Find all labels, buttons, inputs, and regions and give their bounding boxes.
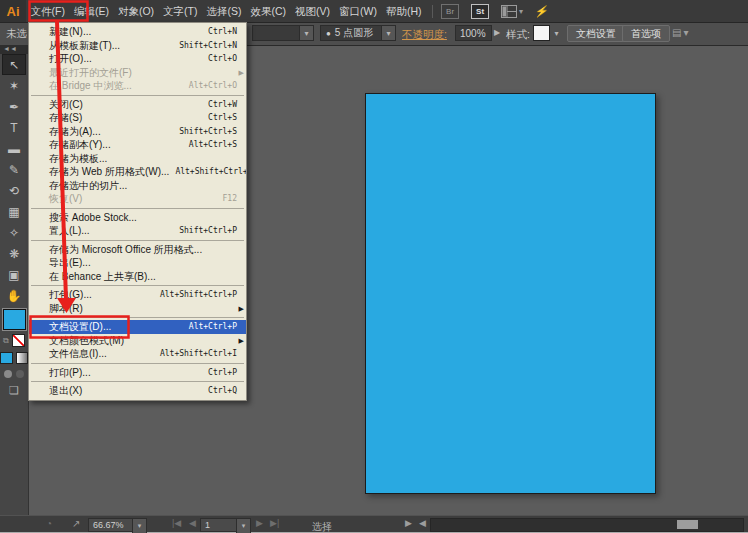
bridge-icon[interactable]: Br xyxy=(441,4,459,19)
prev-artboard-icon[interactable]: ◀ xyxy=(189,518,196,528)
menubar-item[interactable]: 对象(O) xyxy=(113,0,158,22)
status-menu-arrow-icon[interactable]: ▶ xyxy=(405,518,412,528)
workspace-grid-icon xyxy=(501,5,517,18)
menubar-item[interactable]: 窗口(W) xyxy=(335,0,382,22)
horizontal-scrollbar[interactable] xyxy=(430,518,744,532)
opacity-input[interactable]: 100% xyxy=(455,25,492,41)
file-menu-item[interactable]: 导出(E)... xyxy=(29,256,246,270)
first-artboard-icon[interactable]: |◀ xyxy=(172,518,181,528)
file-menu-item[interactable]: 文件信息(I)... Alt+Shift+Ctrl+I xyxy=(29,347,246,361)
hand-tool[interactable]: ✋ xyxy=(2,285,26,306)
tool-glyph: ⟲ xyxy=(9,184,19,198)
style-swatch-select[interactable]: ▾ xyxy=(533,25,563,41)
zoom-level-select[interactable]: 66.67% xyxy=(88,518,134,532)
next-artboard-icon[interactable]: ▶ xyxy=(256,518,263,528)
color-mode-button[interactable] xyxy=(0,352,13,364)
workspace-switcher-icon[interactable]: ▾ xyxy=(501,5,523,18)
file-menu-item[interactable]: 在 Bridge 中浏览... Alt+Ctrl+O xyxy=(29,79,246,93)
brush-select[interactable]: ● 5 点圆形 ▾ xyxy=(320,25,396,41)
fill-color-swatch[interactable] xyxy=(3,309,26,330)
app-logo: Ai xyxy=(0,0,26,22)
file-menu-item[interactable]: 搜索 Adobe Stock... xyxy=(29,211,246,225)
file-menu-item[interactable]: 关闭(C) Ctrl+W xyxy=(29,98,246,112)
file-menu-item[interactable]: 最近打开的文件(F) ▶ xyxy=(29,66,246,80)
file-menu-dropdown: 新建(N)... Ctrl+N 从模板新建(T)... Shift+Ctrl+N… xyxy=(28,22,247,401)
file-menu-item[interactable]: 文档设置(D)... Alt+Ctrl+P xyxy=(29,320,246,334)
last-artboard-icon[interactable]: ▶| xyxy=(270,518,279,528)
file-menu-item[interactable]: 打包(G)... Alt+Shift+Ctrl+P xyxy=(29,288,246,302)
file-menu-item[interactable]: 存储副本(Y)... Alt+Ctrl+S xyxy=(29,138,246,152)
menubar-item[interactable]: 选择(S) xyxy=(202,0,246,22)
file-menu-item[interactable]: 文档颜色模式(M) ▶ xyxy=(29,334,246,348)
artboard-tool[interactable]: ▣ xyxy=(2,264,26,285)
swap-fill-stroke-icon[interactable]: ⧉ xyxy=(3,336,9,346)
tool-glyph: ✋ xyxy=(7,289,22,303)
screen-mode-icon[interactable]: ❏ xyxy=(0,378,28,397)
file-menu-item[interactable]: 在 Behance 上共享(B)... xyxy=(29,270,246,284)
pen-tool[interactable]: ✒ xyxy=(2,96,26,117)
menubar-item[interactable]: 视图(V) xyxy=(291,0,335,22)
tool-glyph: ▬ xyxy=(8,142,20,156)
selection-tool[interactable]: ↖ xyxy=(2,54,26,75)
menu-separator xyxy=(31,363,244,364)
file-menu-item[interactable]: 打开(O)... Ctrl+O xyxy=(29,52,246,66)
menubar-item[interactable]: 帮助(H) xyxy=(382,0,427,22)
artboard[interactable] xyxy=(365,93,656,494)
file-menu-item[interactable]: 从模板新建(T)... Shift+Ctrl+N xyxy=(29,39,246,53)
file-menu-item[interactable]: 存储为 Microsoft Office 所用格式... xyxy=(29,243,246,257)
menubar-item[interactable]: 文字(T) xyxy=(159,0,202,22)
gpu-performance-icon[interactable]: ⚡ xyxy=(534,5,550,18)
menubar-item[interactable]: 效果(C) xyxy=(246,0,291,22)
file-menu-item[interactable]: 置入(L)... Shift+Ctrl+P xyxy=(29,224,246,238)
export-icon[interactable]: ↗ xyxy=(72,518,80,529)
fill-stroke-controls: ⧉ xyxy=(0,330,28,347)
file-menu-item[interactable]: 脚本(R) ▶ xyxy=(29,302,246,316)
symbol-sprayer-tool[interactable]: ❋ xyxy=(2,243,26,264)
opacity-stepper-icon[interactable]: ▶ xyxy=(494,28,500,37)
document-setup-button[interactable]: 文档设置 xyxy=(567,25,625,42)
file-menu-item[interactable]: 存储为 Web 所用格式(W)... Alt+Shift+Ctrl+S xyxy=(29,165,246,179)
menubar-item[interactable]: 编辑(E) xyxy=(69,0,113,22)
file-menu-item[interactable]: 新建(N)... Ctrl+N xyxy=(29,25,246,39)
magic-wand-tool[interactable]: ✶ xyxy=(2,75,26,96)
hscroll-left-arrow-icon[interactable]: ◀ xyxy=(419,518,426,528)
menubar-items: 文件(F)编辑(E)对象(O)文字(T)选择(S)效果(C)视图(V)窗口(W)… xyxy=(26,0,426,22)
toolbar-collapse-button[interactable]: ◄◄ xyxy=(0,45,28,54)
rotate-tool[interactable]: ⟲ xyxy=(2,180,26,201)
artboard-number-select[interactable]: 1 xyxy=(200,518,238,532)
opacity-label[interactable]: 不透明度: xyxy=(402,28,447,42)
scrollbar-thumb[interactable] xyxy=(677,520,698,529)
pencil-tool[interactable]: ✎ xyxy=(2,159,26,180)
type-tool[interactable]: T xyxy=(2,117,26,138)
rectangle-tool[interactable]: ▬ xyxy=(2,138,26,159)
file-menu-item[interactable]: 退出(X) Ctrl+Q xyxy=(29,384,246,398)
preferences-button[interactable]: 首选项 xyxy=(622,25,670,42)
menubar-item[interactable]: 文件(F) xyxy=(26,0,69,22)
menu-separator xyxy=(31,240,244,241)
submenu-arrow-icon: ▶ xyxy=(239,66,244,80)
draw-behind-icon[interactable] xyxy=(16,370,24,378)
file-menu-item[interactable]: 存储选中的切片... xyxy=(29,179,246,193)
file-menu-item[interactable]: 存储(S) Ctrl+S xyxy=(29,111,246,125)
file-menu-item[interactable]: 恢复(V) F12 xyxy=(29,192,246,206)
stock-icon[interactable]: St xyxy=(471,4,489,19)
panel-menu-icon[interactable]: ▤▾ xyxy=(672,27,690,38)
file-menu-item[interactable]: 存储为模板... xyxy=(29,152,246,166)
status-label[interactable]: 选择 xyxy=(312,520,332,533)
mesh-tool[interactable]: ▦ xyxy=(2,201,26,222)
file-menu-item[interactable]: 存储为(A)... Shift+Ctrl+S xyxy=(29,125,246,139)
draw-normal-icon[interactable] xyxy=(4,370,12,378)
variable-width-select[interactable]: ▾ xyxy=(252,25,314,41)
zoom-dropdown-icon[interactable]: ▾ xyxy=(132,518,147,533)
file-menu-item[interactable]: 打印(P)... Ctrl+P xyxy=(29,366,246,380)
tools-panel: ◄◄ ↖✶✒T▬✎⟲▦✧❋▣✋ ⧉ ❏ xyxy=(0,45,29,515)
tool-glyph: ✎ xyxy=(9,163,19,177)
status-misc-icon[interactable]: ◔ xyxy=(46,518,52,529)
menu-bar: Ai 文件(F)编辑(E)对象(O)文字(T)选择(S)效果(C)视图(V)窗口… xyxy=(0,0,748,23)
artboard-dropdown-icon[interactable]: ▾ xyxy=(236,518,251,533)
gradient-mode-button[interactable] xyxy=(16,352,29,364)
eyedropper-tool[interactable]: ✧ xyxy=(2,222,26,243)
menu-separator xyxy=(31,208,244,209)
stroke-color-swatch[interactable] xyxy=(12,334,25,347)
tool-glyph: ▣ xyxy=(8,268,19,282)
